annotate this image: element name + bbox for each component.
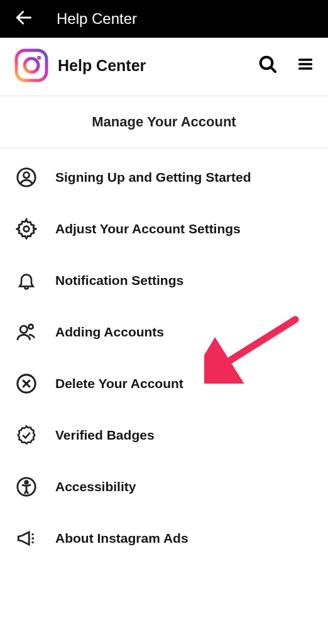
instagram-logo-icon[interactable] — [14, 48, 49, 83]
user-circle-icon — [15, 166, 38, 189]
back-arrow-icon[interactable] — [14, 8, 34, 30]
menu-item-delete-account[interactable]: Delete Your Account — [0, 362, 328, 405]
menu-item-verified-badges[interactable]: Verified Badges — [0, 414, 328, 457]
svg-point-11 — [24, 226, 30, 232]
hamburger-menu-icon[interactable] — [297, 55, 314, 75]
menu-item-accessibility[interactable]: Accessibility — [0, 465, 328, 508]
top-bar: Help Center — [0, 0, 328, 38]
verified-badge-icon — [15, 424, 38, 447]
x-circle-icon — [15, 372, 38, 395]
menu-list: Signing Up and Getting Started Adjust Yo… — [0, 148, 328, 560]
menu-item-label: Delete Your Account — [55, 376, 183, 391]
header-title: Help Center — [58, 57, 258, 75]
svg-point-12 — [20, 326, 27, 333]
svg-rect-1 — [16, 50, 46, 80]
menu-item-label: Accessibility — [55, 479, 136, 494]
search-icon[interactable] — [258, 54, 278, 77]
menu-item-label: Notification Settings — [55, 273, 183, 288]
svg-point-2 — [25, 58, 38, 72]
add-user-icon — [15, 321, 38, 343]
menu-item-label: About Instagram Ads — [55, 531, 189, 546]
menu-item-label: Adding Accounts — [55, 325, 164, 340]
menu-item-notifications[interactable]: Notification Settings — [0, 259, 328, 302]
accessibility-icon — [15, 475, 38, 498]
svg-point-10 — [23, 172, 29, 178]
menu-item-about-ads[interactable]: About Instagram Ads — [0, 517, 328, 560]
section-title: Manage Your Account — [0, 96, 328, 148]
menu-item-add-accounts[interactable]: Adding Accounts — [0, 311, 328, 353]
megaphone-icon — [15, 527, 38, 550]
menu-item-label: Signing Up and Getting Started — [55, 170, 251, 185]
svg-point-18 — [25, 481, 28, 484]
menu-item-label: Adjust Your Account Settings — [55, 221, 241, 236]
menu-item-label: Verified Badges — [55, 428, 155, 443]
gear-icon — [15, 218, 38, 240]
menu-item-settings[interactable]: Adjust Your Account Settings — [0, 208, 328, 250]
menu-item-signup[interactable]: Signing Up and Getting Started — [0, 156, 328, 199]
bell-icon — [15, 269, 38, 292]
topbar-title: Help Center — [57, 10, 137, 28]
header: Help Center — [0, 38, 328, 96]
svg-point-13 — [29, 325, 33, 329]
svg-point-3 — [37, 56, 41, 60]
svg-line-5 — [271, 67, 275, 72]
